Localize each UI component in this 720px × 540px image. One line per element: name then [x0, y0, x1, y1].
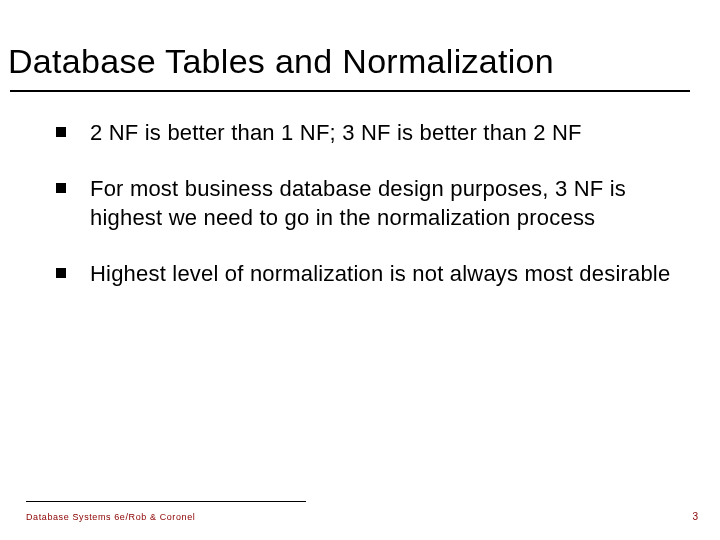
slide: Database Tables and Normalization 2 NF i…: [0, 0, 720, 540]
list-item: 2 NF is better than 1 NF; 3 NF is better…: [56, 118, 686, 148]
footer-divider: [26, 501, 306, 502]
bullet-list: 2 NF is better than 1 NF; 3 NF is better…: [56, 118, 686, 315]
footer-text: Database Systems 6e/Rob & Coronel: [26, 512, 195, 522]
bullet-text: Highest level of normalization is not al…: [90, 259, 670, 289]
title-underline: [10, 90, 690, 92]
slide-title: Database Tables and Normalization: [8, 42, 554, 81]
bullet-text: 2 NF is better than 1 NF; 3 NF is better…: [90, 118, 582, 148]
bullet-square-icon: [56, 127, 66, 137]
bullet-text: For most business database design purpos…: [90, 174, 686, 233]
list-item: Highest level of normalization is not al…: [56, 259, 686, 289]
bullet-square-icon: [56, 268, 66, 278]
page-number: 3: [692, 511, 698, 522]
list-item: For most business database design purpos…: [56, 174, 686, 233]
bullet-square-icon: [56, 183, 66, 193]
